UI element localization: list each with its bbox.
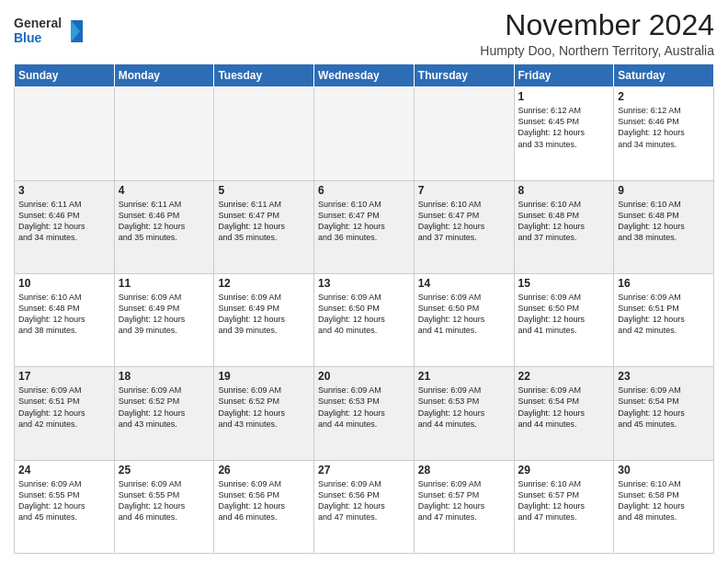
day-number: 30 <box>618 464 710 477</box>
table-row: 7Sunrise: 6:10 AM Sunset: 6:47 PM Daylig… <box>414 180 514 273</box>
table-row: 10Sunrise: 6:10 AM Sunset: 6:48 PM Dayli… <box>15 273 115 366</box>
day-number: 8 <box>518 184 610 197</box>
table-row: 20Sunrise: 6:09 AM Sunset: 6:53 PM Dayli… <box>314 367 415 460</box>
day-number: 15 <box>518 277 610 290</box>
calendar-week-4: 17Sunrise: 6:09 AM Sunset: 6:51 PM Dayli… <box>15 367 714 460</box>
day-info: Sunrise: 6:09 AM Sunset: 6:52 PM Dayligh… <box>218 385 310 430</box>
col-saturday: Saturday <box>614 64 714 87</box>
day-info: Sunrise: 6:09 AM Sunset: 6:54 PM Dayligh… <box>518 385 610 430</box>
table-row: 29Sunrise: 6:10 AM Sunset: 6:57 PM Dayli… <box>514 460 614 553</box>
table-row <box>214 87 314 180</box>
day-number: 21 <box>418 370 510 383</box>
day-number: 25 <box>119 464 210 477</box>
table-row <box>15 87 115 180</box>
day-info: Sunrise: 6:10 AM Sunset: 6:57 PM Dayligh… <box>518 478 610 523</box>
table-row: 9Sunrise: 6:10 AM Sunset: 6:48 PM Daylig… <box>614 180 714 273</box>
day-info: Sunrise: 6:09 AM Sunset: 6:49 PM Dayligh… <box>218 292 310 337</box>
calendar-table: Sunday Monday Tuesday Wednesday Thursday… <box>14 63 714 554</box>
day-number: 14 <box>418 277 510 290</box>
table-row: 21Sunrise: 6:09 AM Sunset: 6:53 PM Dayli… <box>414 367 514 460</box>
table-row: 8Sunrise: 6:10 AM Sunset: 6:48 PM Daylig… <box>514 180 614 273</box>
day-info: Sunrise: 6:10 AM Sunset: 6:48 PM Dayligh… <box>18 292 110 337</box>
day-info: Sunrise: 6:10 AM Sunset: 6:47 PM Dayligh… <box>418 199 510 244</box>
day-info: Sunrise: 6:09 AM Sunset: 6:50 PM Dayligh… <box>318 292 410 337</box>
day-info: Sunrise: 6:09 AM Sunset: 6:55 PM Dayligh… <box>119 478 210 523</box>
day-number: 23 <box>618 370 710 383</box>
day-number: 5 <box>218 184 310 197</box>
calendar-week-1: 1Sunrise: 6:12 AM Sunset: 6:45 PM Daylig… <box>15 87 714 180</box>
day-number: 9 <box>618 184 710 197</box>
day-info: Sunrise: 6:09 AM Sunset: 6:51 PM Dayligh… <box>618 292 710 337</box>
table-row: 2Sunrise: 6:12 AM Sunset: 6:46 PM Daylig… <box>614 87 714 180</box>
col-sunday: Sunday <box>15 64 115 87</box>
day-info: Sunrise: 6:10 AM Sunset: 6:48 PM Dayligh… <box>518 199 610 244</box>
day-number: 4 <box>119 184 210 197</box>
day-info: Sunrise: 6:09 AM Sunset: 6:56 PM Dayligh… <box>218 478 310 523</box>
table-row: 13Sunrise: 6:09 AM Sunset: 6:50 PM Dayli… <box>314 273 415 366</box>
day-number: 29 <box>518 464 610 477</box>
day-info: Sunrise: 6:09 AM Sunset: 6:53 PM Dayligh… <box>318 385 410 430</box>
calendar-header-row: Sunday Monday Tuesday Wednesday Thursday… <box>15 64 714 87</box>
table-row: 30Sunrise: 6:10 AM Sunset: 6:58 PM Dayli… <box>614 460 714 553</box>
day-number: 6 <box>318 184 410 197</box>
day-number: 11 <box>119 277 210 290</box>
day-number: 24 <box>18 464 110 477</box>
location: Humpty Doo, Northern Territory, Australi… <box>480 43 714 58</box>
day-number: 7 <box>418 184 510 197</box>
table-row: 24Sunrise: 6:09 AM Sunset: 6:55 PM Dayli… <box>15 460 115 553</box>
day-number: 18 <box>119 370 210 383</box>
table-row: 22Sunrise: 6:09 AM Sunset: 6:54 PM Dayli… <box>514 367 614 460</box>
day-info: Sunrise: 6:11 AM Sunset: 6:46 PM Dayligh… <box>18 199 110 244</box>
day-info: Sunrise: 6:12 AM Sunset: 6:45 PM Dayligh… <box>518 105 610 150</box>
day-info: Sunrise: 6:10 AM Sunset: 6:58 PM Dayligh… <box>618 478 710 523</box>
day-number: 3 <box>18 184 110 197</box>
col-tuesday: Tuesday <box>214 64 314 87</box>
table-row: 25Sunrise: 6:09 AM Sunset: 6:55 PM Dayli… <box>114 460 214 553</box>
day-number: 10 <box>18 277 110 290</box>
table-row: 18Sunrise: 6:09 AM Sunset: 6:52 PM Dayli… <box>114 367 214 460</box>
table-row: 11Sunrise: 6:09 AM Sunset: 6:49 PM Dayli… <box>114 273 214 366</box>
day-info: Sunrise: 6:10 AM Sunset: 6:48 PM Dayligh… <box>618 199 710 244</box>
table-row: 26Sunrise: 6:09 AM Sunset: 6:56 PM Dayli… <box>214 460 314 553</box>
logo-svg: General Blue <box>14 13 87 50</box>
table-row: 12Sunrise: 6:09 AM Sunset: 6:49 PM Dayli… <box>214 273 314 366</box>
day-info: Sunrise: 6:09 AM Sunset: 6:55 PM Dayligh… <box>18 478 110 523</box>
day-number: 19 <box>218 370 310 383</box>
table-row <box>414 87 514 180</box>
table-row: 17Sunrise: 6:09 AM Sunset: 6:51 PM Dayli… <box>15 367 115 460</box>
day-number: 13 <box>318 277 410 290</box>
day-number: 1 <box>518 90 610 103</box>
page: General Blue November 2024 Humpty Doo, N… <box>0 0 728 563</box>
col-monday: Monday <box>114 64 214 87</box>
calendar-week-5: 24Sunrise: 6:09 AM Sunset: 6:55 PM Dayli… <box>15 460 714 553</box>
table-row: 27Sunrise: 6:09 AM Sunset: 6:56 PM Dayli… <box>314 460 415 553</box>
table-row: 19Sunrise: 6:09 AM Sunset: 6:52 PM Dayli… <box>214 367 314 460</box>
logo: General Blue <box>14 13 87 53</box>
day-info: Sunrise: 6:09 AM Sunset: 6:52 PM Dayligh… <box>119 385 210 430</box>
logo-text-block: General Blue <box>14 13 87 53</box>
day-info: Sunrise: 6:09 AM Sunset: 6:50 PM Dayligh… <box>518 292 610 337</box>
day-info: Sunrise: 6:11 AM Sunset: 6:46 PM Dayligh… <box>119 199 210 244</box>
day-number: 16 <box>618 277 710 290</box>
col-thursday: Thursday <box>414 64 514 87</box>
day-info: Sunrise: 6:11 AM Sunset: 6:47 PM Dayligh… <box>218 199 310 244</box>
day-number: 12 <box>218 277 310 290</box>
day-number: 20 <box>318 370 410 383</box>
col-friday: Friday <box>514 64 614 87</box>
table-row: 3Sunrise: 6:11 AM Sunset: 6:46 PM Daylig… <box>15 180 115 273</box>
col-wednesday: Wednesday <box>314 64 415 87</box>
day-number: 2 <box>618 90 710 103</box>
day-info: Sunrise: 6:09 AM Sunset: 6:49 PM Dayligh… <box>119 292 210 337</box>
day-info: Sunrise: 6:12 AM Sunset: 6:46 PM Dayligh… <box>618 105 710 150</box>
day-number: 28 <box>418 464 510 477</box>
table-row <box>314 87 415 180</box>
day-info: Sunrise: 6:09 AM Sunset: 6:54 PM Dayligh… <box>618 385 710 430</box>
header: General Blue November 2024 Humpty Doo, N… <box>14 9 714 58</box>
day-info: Sunrise: 6:09 AM Sunset: 6:53 PM Dayligh… <box>418 385 510 430</box>
calendar-week-2: 3Sunrise: 6:11 AM Sunset: 6:46 PM Daylig… <box>15 180 714 273</box>
title-block: November 2024 Humpty Doo, Northern Terri… <box>480 9 714 58</box>
svg-text:Blue: Blue <box>14 30 42 45</box>
table-row: 1Sunrise: 6:12 AM Sunset: 6:45 PM Daylig… <box>514 87 614 180</box>
table-row: 14Sunrise: 6:09 AM Sunset: 6:50 PM Dayli… <box>414 273 514 366</box>
table-row: 4Sunrise: 6:11 AM Sunset: 6:46 PM Daylig… <box>114 180 214 273</box>
